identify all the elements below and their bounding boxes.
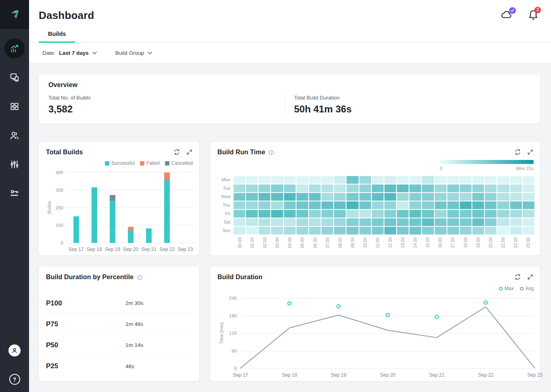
heatmap-cell <box>346 176 358 184</box>
notifications-button[interactable]: 2 <box>528 9 538 22</box>
heatmap-cell <box>447 193 459 201</box>
heatmap-cell <box>246 227 258 234</box>
bar-segment-successful <box>92 187 97 243</box>
y-tick: 200 <box>56 205 63 210</box>
heatmap-cell <box>309 185 321 192</box>
heatmap-cell <box>447 185 459 192</box>
heatmap-hour-labels: 00:0001:0002:0003:0004:0005:0006:0007:00… <box>234 237 534 248</box>
heatmap-day-label: Thu <box>210 201 230 210</box>
legend-item-avg[interactable]: Avg <box>520 286 534 291</box>
filter-bar: Date: Last 7 days Build Group <box>29 43 551 64</box>
x-tick: Sep 18 <box>282 372 297 378</box>
heatmap-hour-label: 22:00 <box>513 237 518 248</box>
refresh-icon[interactable] <box>173 149 180 156</box>
sidebar-item-keys[interactable] <box>0 179 29 208</box>
heatmap-cell <box>523 185 534 192</box>
expand-icon[interactable] <box>527 274 534 280</box>
heatmap-cell <box>296 193 308 201</box>
sidebar-item-team[interactable] <box>0 121 29 150</box>
y-tick: 120 <box>229 331 237 336</box>
expand-icon[interactable] <box>186 149 193 156</box>
legend-item-max[interactable]: Max <box>499 286 514 291</box>
heatmap-cell <box>397 201 409 209</box>
heatmap-cell <box>523 218 534 226</box>
heatmap-cell <box>372 185 384 192</box>
build-group-filter[interactable]: Build Group <box>115 50 152 56</box>
heatmap-day-labels: MonTueWedThuFriSatSun <box>210 176 230 235</box>
max-point <box>484 301 487 304</box>
sidebar-item-dashboards[interactable] <box>0 92 29 121</box>
heatmap-cell <box>321 227 333 234</box>
heatmap-cell <box>397 185 409 192</box>
heatmap-cell <box>271 185 283 192</box>
heatmap-cell <box>234 185 245 192</box>
heatmap-day-label: Sun <box>210 227 230 235</box>
heatmap-cell <box>246 185 258 192</box>
total-builds-title: Total Builds <box>46 149 192 156</box>
help-button[interactable]: ? <box>9 374 20 385</box>
heatmap-cell <box>384 176 396 184</box>
expand-icon[interactable] <box>527 149 534 156</box>
date-filter[interactable]: Date: Last 7 days <box>42 50 97 56</box>
notification-badge: 2 <box>534 7 541 13</box>
max-point <box>435 315 438 318</box>
info-icon[interactable] <box>268 149 274 156</box>
avatar[interactable] <box>8 344 21 357</box>
heatmap-cell <box>334 185 346 192</box>
heatmap-cell <box>409 227 421 234</box>
build-duration-chart: 060120180240Sep 17Sep 18Sep 19Sep 20Sep … <box>240 298 535 368</box>
percentile-label: P100 <box>46 299 125 307</box>
percentile-label: P50 <box>46 341 125 349</box>
heatmap-cell <box>259 176 270 184</box>
heatmap-cell <box>397 176 409 184</box>
heatmap-cell <box>334 210 346 218</box>
heatmap-cell <box>485 201 497 209</box>
info-icon[interactable] <box>137 274 143 280</box>
heatmap-cell <box>447 210 459 218</box>
x-tick: Sep 19 <box>105 247 120 252</box>
heatmap-cell <box>321 176 333 184</box>
heatmap-cell <box>284 201 296 209</box>
bar-segment-failed <box>164 172 170 180</box>
sidebar-item-apps[interactable] <box>0 63 29 92</box>
heatmap-cell <box>234 210 245 218</box>
heatmap-hour-label: 13:00 <box>401 237 405 248</box>
x-tick: Sep 22 <box>159 247 175 252</box>
heatmap-cell <box>284 193 296 201</box>
sidebar-bottom: ? <box>0 344 29 385</box>
legend-item-failed[interactable]: Failed <box>140 160 160 166</box>
heatmap-cell <box>359 210 371 218</box>
legend-item-successful[interactable]: Successful <box>105 160 135 166</box>
heatmap-cell <box>334 227 346 234</box>
total-builds-card: Total Builds SuccessfulFailedCancelled B… <box>38 141 200 256</box>
active-item-circle <box>4 38 25 58</box>
heatmap-cell <box>284 218 296 226</box>
heatmap-cell <box>409 218 421 226</box>
x-tick: Sep 21 <box>141 247 157 252</box>
refresh-icon[interactable] <box>514 149 521 156</box>
date-filter-label: Date: <box>42 50 55 56</box>
legend-item-cancelled[interactable]: Cancelled <box>165 160 193 166</box>
stat-label: Total No. of Builds <box>48 95 285 101</box>
refresh-icon[interactable] <box>514 274 521 280</box>
bar-segment-failed <box>128 227 134 230</box>
sidebar-item-insights[interactable] <box>0 34 29 63</box>
heatmap-cell <box>234 176 245 184</box>
tab-builds[interactable]: Builds <box>39 31 75 42</box>
brand-logo[interactable] <box>0 0 29 29</box>
heatmap-cell <box>485 227 497 234</box>
heatmap-cell <box>346 193 358 201</box>
percentile-row: P751m 48s <box>46 314 192 335</box>
heatmap-cell <box>472 185 484 192</box>
y-tick: 100 <box>56 223 63 228</box>
heatmap-cell <box>334 218 346 226</box>
heatmap-cell <box>485 218 497 226</box>
cloud-sync-button[interactable] <box>501 10 513 21</box>
scale-max-label: 58m 21s <box>516 166 534 171</box>
heatmap-cell <box>485 185 497 192</box>
gridline <box>240 368 535 369</box>
heatmap-cell <box>422 218 434 226</box>
heatmap-cell <box>346 218 358 226</box>
heatmap-cell <box>372 218 384 226</box>
sidebar-item-controls[interactable] <box>0 150 29 179</box>
